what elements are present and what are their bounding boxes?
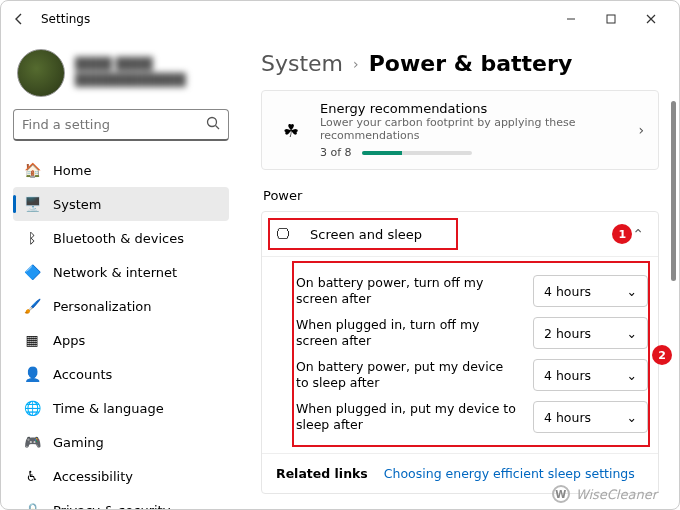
breadcrumb-parent[interactable]: System bbox=[261, 51, 343, 76]
nav-icon: 🖌️ bbox=[23, 297, 41, 315]
dropdown-value: 4 hours bbox=[544, 410, 591, 425]
duration-dropdown[interactable]: 2 hours⌄ bbox=[533, 317, 648, 349]
scrollbar-thumb[interactable] bbox=[671, 101, 676, 281]
content-area: System › Power & battery ☘ Energy recomm… bbox=[241, 37, 679, 509]
screen-sleep-header[interactable]: 🖵 Screen and sleep 1 ⌃ bbox=[262, 212, 658, 257]
minimize-button[interactable] bbox=[551, 5, 591, 33]
section-label-power: Power bbox=[263, 188, 659, 203]
dropdown-value: 2 hours bbox=[544, 326, 591, 341]
nav-label: Bluetooth & devices bbox=[53, 231, 184, 246]
close-button[interactable] bbox=[631, 5, 671, 33]
duration-dropdown[interactable]: 4 hours⌄ bbox=[533, 359, 648, 391]
sidebar-item-home[interactable]: 🏠Home bbox=[13, 153, 229, 187]
related-link[interactable]: Choosing energy efficient sleep settings bbox=[384, 466, 635, 481]
duration-dropdown[interactable]: 4 hours⌄ bbox=[533, 401, 648, 433]
sidebar-item-bluetooth-devices[interactable]: ᛒBluetooth & devices bbox=[13, 221, 229, 255]
breadcrumb-current: Power & battery bbox=[369, 51, 573, 76]
setting-label: On battery power, put my device to sleep… bbox=[296, 359, 523, 390]
nav-label: Apps bbox=[53, 333, 85, 348]
sidebar-item-system[interactable]: 🖥️System bbox=[13, 187, 229, 221]
breadcrumb: System › Power & battery bbox=[261, 51, 659, 76]
screen-sleep-panel: 🖵 Screen and sleep 1 ⌃ 2 On battery powe… bbox=[261, 211, 659, 494]
sidebar: ████ ████ ████████████ 🏠Home🖥️SystemᛒBlu… bbox=[1, 37, 241, 509]
leaf-icon: ☘ bbox=[276, 120, 306, 141]
nav-label: Accounts bbox=[53, 367, 112, 382]
nav-label: Privacy & security bbox=[53, 503, 170, 510]
nav-icon: 🔷 bbox=[23, 263, 41, 281]
nav-icon: 🖥️ bbox=[23, 195, 41, 213]
svg-point-2 bbox=[208, 118, 217, 127]
dropdown-value: 4 hours bbox=[544, 284, 591, 299]
dropdown-value: 4 hours bbox=[544, 368, 591, 383]
annotation-badge-1: 1 bbox=[612, 224, 632, 244]
nav-icon: 🔒 bbox=[23, 501, 41, 509]
setting-row: On battery power, put my device to sleep… bbox=[296, 359, 648, 391]
setting-label: When plugged in, put my device to sleep … bbox=[296, 401, 523, 432]
profile-name: ████ ████ bbox=[75, 57, 186, 73]
nav-icon: 🎮 bbox=[23, 433, 41, 451]
chevron-up-icon: ⌃ bbox=[632, 226, 644, 242]
sidebar-item-network-internet[interactable]: 🔷Network & internet bbox=[13, 255, 229, 289]
titlebar: Settings bbox=[1, 1, 679, 37]
setting-label: When plugged in, turn off my screen afte… bbox=[296, 317, 523, 348]
sidebar-item-privacy-security[interactable]: 🔒Privacy & security bbox=[13, 493, 229, 509]
sidebar-item-apps[interactable]: ▦Apps bbox=[13, 323, 229, 357]
sidebar-item-accessibility[interactable]: ♿Accessibility bbox=[13, 459, 229, 493]
profile-sub: ████████████ bbox=[75, 73, 186, 89]
search-icon bbox=[206, 115, 220, 134]
energy-progress-text: 3 of 8 bbox=[320, 146, 352, 159]
chevron-down-icon: ⌄ bbox=[627, 284, 637, 299]
nav-list: 🏠Home🖥️SystemᛒBluetooth & devices🔷Networ… bbox=[13, 153, 229, 509]
related-links-row: Related links Choosing energy efficient … bbox=[262, 453, 658, 493]
window-title: Settings bbox=[41, 12, 90, 26]
chevron-down-icon: ⌄ bbox=[627, 368, 637, 383]
sidebar-item-time-language[interactable]: 🌐Time & language bbox=[13, 391, 229, 425]
nav-label: Accessibility bbox=[53, 469, 133, 484]
setting-row: On battery power, turn off my screen aft… bbox=[296, 275, 648, 307]
back-button[interactable] bbox=[9, 9, 29, 29]
setting-row: When plugged in, turn off my screen afte… bbox=[296, 317, 648, 349]
search-box[interactable] bbox=[13, 109, 229, 141]
nav-label: Time & language bbox=[53, 401, 164, 416]
svg-rect-1 bbox=[607, 15, 615, 23]
screen-icon: 🖵 bbox=[276, 226, 296, 242]
nav-label: Personalization bbox=[53, 299, 152, 314]
nav-label: Gaming bbox=[53, 435, 104, 450]
sidebar-item-gaming[interactable]: 🎮Gaming bbox=[13, 425, 229, 459]
chevron-down-icon: ⌄ bbox=[627, 410, 637, 425]
nav-icon: 👤 bbox=[23, 365, 41, 383]
annotation-badge-2: 2 bbox=[652, 345, 672, 365]
nav-icon: ▦ bbox=[23, 331, 41, 349]
avatar bbox=[17, 49, 65, 97]
related-label: Related links bbox=[276, 466, 368, 481]
nav-label: Network & internet bbox=[53, 265, 177, 280]
duration-dropdown[interactable]: 4 hours⌄ bbox=[533, 275, 648, 307]
nav-icon: 🏠 bbox=[23, 161, 41, 179]
nav-icon: ♿ bbox=[23, 467, 41, 485]
chevron-right-icon: › bbox=[638, 122, 644, 138]
chevron-down-icon: ⌄ bbox=[627, 326, 637, 341]
nav-icon: ᛒ bbox=[23, 229, 41, 247]
energy-progress-bar bbox=[362, 151, 472, 155]
setting-label: On battery power, turn off my screen aft… bbox=[296, 275, 523, 306]
sidebar-item-personalization[interactable]: 🖌️Personalization bbox=[13, 289, 229, 323]
energy-recommendations-card[interactable]: ☘ Energy recommendations Lower your carb… bbox=[261, 90, 659, 170]
profile-block[interactable]: ████ ████ ████████████ bbox=[13, 45, 229, 109]
setting-row: When plugged in, put my device to sleep … bbox=[296, 401, 648, 433]
nav-icon: 🌐 bbox=[23, 399, 41, 417]
energy-subtitle: Lower your carbon footprint by applying … bbox=[320, 116, 638, 142]
chevron-right-icon: › bbox=[353, 56, 359, 72]
screen-sleep-label: Screen and sleep bbox=[310, 227, 602, 242]
nav-label: System bbox=[53, 197, 101, 212]
maximize-button[interactable] bbox=[591, 5, 631, 33]
search-input[interactable] bbox=[22, 117, 206, 132]
nav-label: Home bbox=[53, 163, 91, 178]
energy-title: Energy recommendations bbox=[320, 101, 638, 116]
svg-line-3 bbox=[216, 126, 220, 130]
sidebar-item-accounts[interactable]: 👤Accounts bbox=[13, 357, 229, 391]
